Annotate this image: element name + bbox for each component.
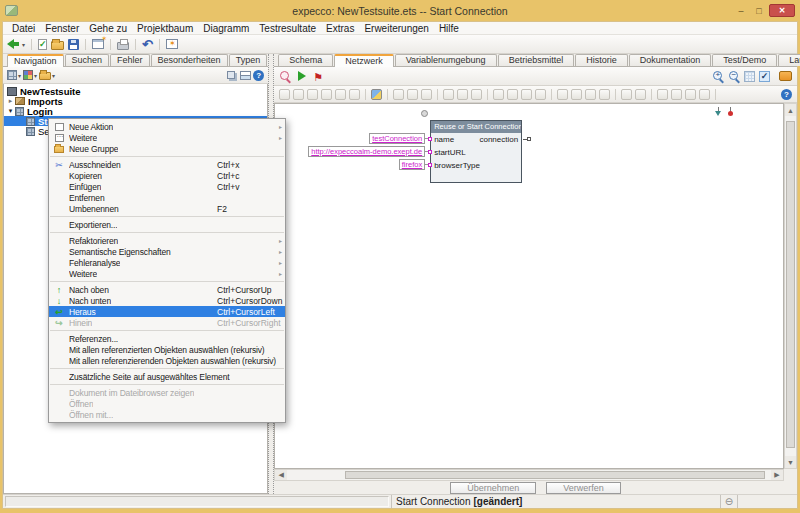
tab-suchen[interactable]: Suchen	[65, 54, 110, 66]
menu-item-einfügen[interactable]: EinfügenCtrl+v	[49, 181, 285, 192]
menu-item-mit-allen-referenzierenden-objekten-auswählen-rekursiv[interactable]: Mit allen referenzierenden Objekten ausw…	[49, 355, 285, 366]
horizontal-scroll-track[interactable]	[287, 470, 771, 480]
network-tool-icon[interactable]	[621, 89, 632, 100]
menu-diagramm[interactable]: Diagramm	[198, 23, 254, 34]
input-value-browsertype[interactable]: firefox	[399, 159, 425, 170]
input-value-name[interactable]: testConnection	[369, 133, 425, 144]
tree-item-newtestsuite[interactable]: NewTestsuite	[4, 86, 267, 96]
menu-hilfe[interactable]: Hilfe	[434, 23, 464, 34]
discard-button[interactable]: Verwerfen	[546, 482, 621, 494]
undo-icon[interactable]	[142, 35, 153, 53]
network-tool-icon[interactable]	[557, 89, 568, 100]
menu-testresultate[interactable]: Testresultate	[254, 23, 321, 34]
scroll-right-button[interactable]: ▶	[771, 470, 783, 480]
apply-button[interactable]: Übernehmen	[450, 482, 536, 494]
horizontal-scrollbar[interactable]: ◀ ▶	[274, 469, 784, 481]
dropdown-caret-icon[interactable]: ▾	[34, 72, 37, 79]
split-view-icon[interactable]	[240, 71, 251, 80]
breakpoint-flag-icon[interactable]	[313, 67, 323, 85]
network-tool-icon[interactable]	[599, 89, 610, 100]
menu-projektbaum[interactable]: Projektbaum	[132, 23, 198, 34]
dropdown-caret-icon[interactable]: ▾	[52, 72, 55, 79]
menu-item-dokument-im-dateibrowser-zeigen[interactable]: Dokument im Dateibrowser zeigen	[49, 387, 285, 398]
tab-fehler[interactable]: Fehler	[110, 54, 150, 66]
input-anchor-icon[interactable]	[715, 107, 722, 117]
new-window-icon[interactable]	[92, 39, 104, 49]
minimize-button[interactable]: –	[733, 4, 749, 17]
camera-snapshot-icon[interactable]	[779, 71, 792, 81]
menu-erweiterungen[interactable]: Erweiterungen	[359, 23, 433, 34]
tab-dokumentation[interactable]: Dokumentation	[629, 54, 712, 66]
grid-toggle-icon[interactable]	[744, 71, 755, 82]
network-tool-icon[interactable]	[521, 89, 532, 100]
zoom-in-icon[interactable]: +	[712, 70, 724, 82]
dropdown-caret-icon[interactable]: ▾	[18, 72, 21, 79]
tab-betriebsmittel[interactable]: Betriebsmittel	[498, 54, 575, 66]
menu-item-umbenennen[interactable]: UmbenennenF2	[49, 203, 285, 214]
new-action-block-icon[interactable]: ▾	[7, 70, 21, 80]
collapsed-arrow-icon[interactable]: ▸	[6, 97, 15, 105]
menu-item-exportieren[interactable]: Exportieren...	[49, 219, 285, 230]
back-icon[interactable]: ▾	[7, 38, 25, 50]
help-icon[interactable]: ?	[781, 89, 792, 100]
network-tool-icon[interactable]	[457, 89, 468, 100]
output-pin[interactable]	[527, 137, 531, 141]
menu-item-mit-allen-referenzierten-objekten-auswählen-rekursiv[interactable]: Mit allen referenzierten Objekten auswäh…	[49, 344, 285, 355]
network-tool-icon[interactable]	[307, 89, 318, 100]
network-tool-icon[interactable]	[635, 89, 646, 100]
menu-item-weitere[interactable]: Weitere▸	[49, 132, 285, 143]
tree-item-login[interactable]: ▾Login	[4, 106, 267, 116]
network-tool-icon[interactable]	[407, 89, 418, 100]
menu-item-entfernen[interactable]: Entfernen	[49, 192, 285, 203]
network-tool-icon[interactable]	[699, 89, 710, 100]
close-button[interactable]: ✕	[769, 4, 795, 17]
tab-besonderheiten[interactable]: Besonderheiten	[151, 54, 228, 66]
input-pin[interactable]	[428, 163, 432, 167]
new-document-icon[interactable]	[38, 39, 47, 50]
network-tool-icon[interactable]	[349, 89, 360, 100]
open-folder-icon[interactable]	[51, 39, 64, 50]
network-tool-icon[interactable]	[279, 89, 290, 100]
scroll-up-button[interactable]: ▲	[785, 104, 796, 116]
menu-item-fehleranalyse[interactable]: Fehleranalyse▸	[49, 257, 285, 268]
new-testcase-block-icon[interactable]: ▾	[23, 70, 37, 80]
tab-historie[interactable]: Historie	[575, 54, 628, 66]
tab-lauf[interactable]: Lauf	[778, 54, 800, 66]
checkbox-checked-icon[interactable]	[759, 71, 770, 82]
menu-item-hinein[interactable]: ↪HineinCtrl+CursorRight	[49, 317, 285, 328]
diagram-canvas[interactable]: testConnectionhttp://expeccoalm-demo.exe…	[274, 103, 784, 469]
tree-item-imports[interactable]: ▸Imports	[4, 96, 267, 106]
vertical-scroll-thumb[interactable]	[786, 121, 795, 448]
menu-item-nach-unten[interactable]: ↓Nach untenCtrl+CursorDown	[49, 295, 285, 306]
network-tool-icon[interactable]	[421, 89, 432, 100]
menu-item-semantische-eigenschaften[interactable]: Semantische Eigenschaften▸	[49, 246, 285, 257]
network-tool-icon[interactable]	[571, 89, 582, 100]
tab-schema[interactable]: Schema	[278, 54, 333, 66]
menu-item-zusätzliche-seite-auf-ausgewähltes-element[interactable]: Zusätzliche Seite auf ausgewähltes Eleme…	[49, 371, 285, 382]
network-tool-icon[interactable]	[293, 89, 304, 100]
network-tool-icon[interactable]	[493, 89, 504, 100]
network-tool-icon[interactable]	[443, 89, 454, 100]
tab-navigation[interactable]: Navigation	[7, 54, 64, 67]
tab-netzwerk[interactable]: Netzwerk	[334, 54, 394, 67]
copy-view-icon[interactable]	[227, 71, 238, 79]
menu-item-ausschneiden[interactable]: ✂AusschneidenCtrl+x	[49, 159, 285, 170]
dropdown-caret-icon[interactable]: ▾	[22, 41, 25, 48]
menu-fenster[interactable]: Fenster	[40, 23, 84, 34]
run-play-icon[interactable]	[298, 71, 306, 81]
menu-gehe-zu[interactable]: Gehe zu	[84, 23, 132, 34]
input-pin[interactable]	[428, 150, 432, 154]
menu-extras[interactable]: Extras	[321, 23, 359, 34]
menu-datei[interactable]: Datei	[7, 23, 40, 34]
menu-item-heraus[interactable]: ↩HerausCtrl+CursorLeft	[49, 306, 285, 317]
network-tool-icon[interactable]	[471, 89, 482, 100]
menu-item-öffnen-mit[interactable]: Öffnen mit...	[49, 409, 285, 420]
network-tool-icon[interactable]	[657, 89, 668, 100]
network-tool-icon[interactable]	[671, 89, 682, 100]
menu-item-kopieren[interactable]: KopierenCtrl+c	[49, 170, 285, 181]
network-tool-icon[interactable]	[585, 89, 596, 100]
network-tool-icon[interactable]	[685, 89, 696, 100]
zoom-out-icon[interactable]: −	[728, 70, 740, 82]
vertical-scroll-track[interactable]	[785, 116, 796, 456]
menu-item-refaktorieren[interactable]: Refaktorieren▸	[49, 235, 285, 246]
